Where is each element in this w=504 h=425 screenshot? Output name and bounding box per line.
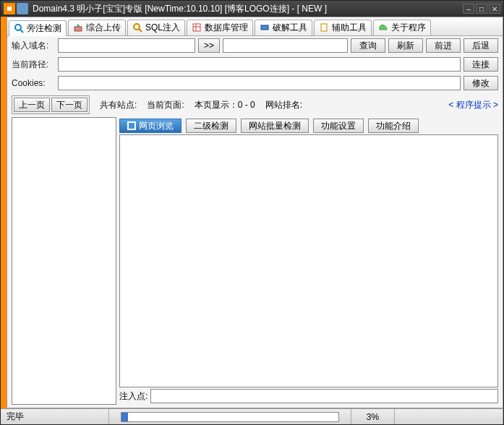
tab-injection-detect[interactable]: 旁注检测 <box>9 20 67 36</box>
subtab-intro[interactable]: 功能介绍 <box>368 119 419 133</box>
title-bar: Domain4.3 明小子[宝宝]专版 [NewTime:10.10.10] [… <box>1 1 503 17</box>
tab-label: 破解工具 <box>273 22 307 34</box>
tab-database[interactable]: 数据库管理 <box>187 20 253 35</box>
path-row: 当前路径: 连接 <box>7 55 503 74</box>
path-input[interactable] <box>58 57 461 72</box>
subtab-batch[interactable]: 网站批量检测 <box>241 119 309 133</box>
app-icon-2 <box>17 3 28 14</box>
site-list-pane[interactable] <box>12 117 116 405</box>
app-window: Domain4.3 明小子[宝宝]专版 [NewTime:10.10.10] [… <box>0 0 504 425</box>
tab-aux[interactable]: 辅助工具 <box>314 20 372 35</box>
subtab-label: 网页浏览 <box>139 120 174 132</box>
magnifier-icon <box>14 23 24 33</box>
tab-label: 关于程序 <box>391 22 426 34</box>
close-button[interactable]: ✕ <box>489 4 500 14</box>
svg-rect-7 <box>193 24 200 31</box>
subtab-level2[interactable]: 二级检测 <box>186 119 236 133</box>
connect-button[interactable]: 连接 <box>464 57 498 72</box>
sub-tabbar: 网页浏览 二级检测 网站批量检测 功能设置 功能介绍 <box>119 117 498 134</box>
inject-point-label: 注入点: <box>119 390 148 403</box>
back-button[interactable]: 后退 <box>464 38 498 53</box>
subtab-browse[interactable]: 网页浏览 <box>119 119 181 133</box>
inject-point-input[interactable] <box>150 389 498 403</box>
domain-row: 输入域名: >> 查询 刷新 前进 后退 <box>7 36 503 55</box>
stats-row: 上一页 下一页 共有站点: 当前页面: 本页显示：0 - 0 网站排名: < 程… <box>7 93 503 117</box>
tab-label: SQL注入 <box>145 22 180 34</box>
maximize-button[interactable]: □ <box>476 4 487 14</box>
refresh-button[interactable]: 刷新 <box>388 38 423 53</box>
tab-label: 数据库管理 <box>205 22 248 34</box>
tool-icon <box>260 22 270 33</box>
svg-point-2 <box>15 25 21 30</box>
svg-line-6 <box>139 29 142 32</box>
current-page-label: 当前页面: <box>147 99 184 111</box>
svg-rect-11 <box>321 24 327 31</box>
database-icon <box>192 22 202 33</box>
app-icon <box>4 3 15 14</box>
progress-percent: 3% <box>351 409 395 424</box>
domain-input[interactable] <box>58 38 195 53</box>
cookies-label: Cookies: <box>12 78 55 88</box>
next-page-button[interactable]: 下一页 <box>51 98 87 112</box>
forward-button[interactable]: 前进 <box>426 38 461 53</box>
main-tabbar: 旁注检测 综合上传 SQL注入 数据库管理 破解工具 <box>7 17 503 36</box>
go-button[interactable]: >> <box>198 38 220 53</box>
note-icon <box>319 22 329 33</box>
tab-upload[interactable]: 综合上传 <box>68 20 126 35</box>
browser-area[interactable] <box>119 134 498 387</box>
site-rank-label: 网站排名: <box>265 99 302 111</box>
info-icon <box>378 22 388 33</box>
progress-fill <box>121 413 128 421</box>
search-icon <box>132 22 142 33</box>
tab-label: 综合上传 <box>86 22 121 34</box>
tab-label: 辅助工具 <box>332 22 367 34</box>
status-right <box>395 409 503 424</box>
input-domain-label: 输入域名: <box>12 40 55 52</box>
mid-row: 网页浏览 二级检测 网站批量检测 功能设置 功能介绍 注入点: <box>7 117 503 408</box>
svg-rect-1 <box>7 7 12 11</box>
svg-rect-10 <box>261 25 268 30</box>
modify-button[interactable]: 修改 <box>464 76 498 90</box>
minimize-button[interactable]: – <box>463 4 474 14</box>
current-path-label: 当前路径: <box>12 59 55 71</box>
program-hint-link[interactable]: < 程序提示 > <box>448 99 498 111</box>
window-title: Domain4.3 明小子[宝宝]专版 [NewTime:10.10.10] [… <box>33 3 463 15</box>
cookies-input[interactable] <box>58 76 461 90</box>
progress-bar <box>121 412 339 422</box>
status-bar: 完毕 3% <box>1 408 503 424</box>
browse-icon <box>127 121 136 130</box>
tab-sql-inject[interactable]: SQL注入 <box>127 20 185 35</box>
query-button[interactable]: 查询 <box>351 38 385 53</box>
tab-label: 旁注检测 <box>27 22 61 35</box>
tab-crack[interactable]: 破解工具 <box>255 20 312 35</box>
url-input[interactable] <box>223 38 348 53</box>
page-display-label: 本页显示：0 - 0 <box>195 99 255 111</box>
tab-about[interactable]: 关于程序 <box>373 20 431 35</box>
cookies-row: Cookies: 修改 <box>7 74 503 93</box>
svg-point-5 <box>134 24 140 30</box>
status-text: 完毕 <box>1 409 109 424</box>
upload-icon <box>73 22 83 33</box>
inject-row: 注入点: <box>119 387 498 405</box>
svg-rect-4 <box>74 27 82 31</box>
left-strip <box>1 17 7 408</box>
total-sites-label: 共有站点: <box>100 99 137 111</box>
subtab-settings[interactable]: 功能设置 <box>313 119 364 133</box>
svg-line-3 <box>20 30 23 33</box>
prev-page-button[interactable]: 上一页 <box>14 98 50 112</box>
